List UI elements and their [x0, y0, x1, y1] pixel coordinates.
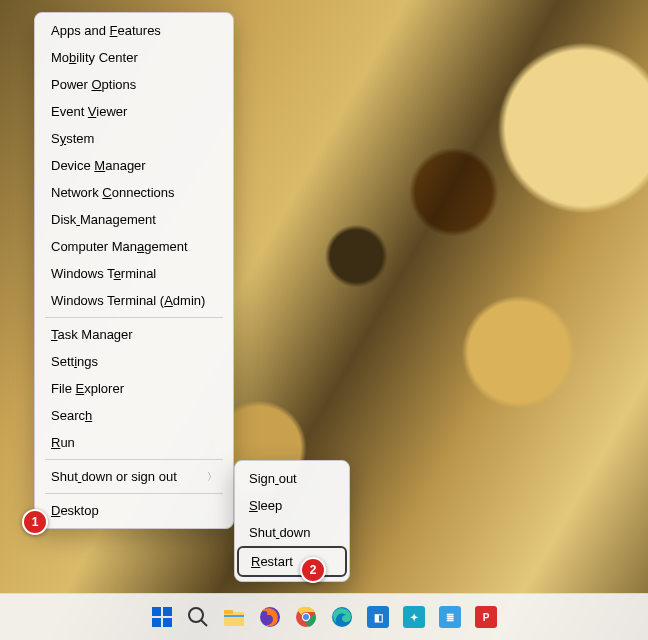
winx-item-mobility-center[interactable]: Mobility Center: [37, 44, 231, 71]
winx-item-network-connections[interactable]: Network Connections: [37, 179, 231, 206]
menu-separator: [45, 493, 223, 494]
winx-item-windows-terminal[interactable]: Windows Terminal: [37, 260, 231, 287]
taskbar-explorer-icon[interactable]: [220, 603, 248, 631]
taskbar-edge-icon[interactable]: [328, 603, 356, 631]
svg-rect-6: [224, 612, 244, 626]
winx-item-apps-and-features[interactable]: Apps and Features: [37, 17, 231, 44]
taskbar-chrome-icon[interactable]: [292, 603, 320, 631]
annotation-badge-1: 1: [22, 509, 48, 535]
annotation-badge-2: 2: [300, 557, 326, 583]
svg-point-4: [189, 608, 203, 622]
menu-separator: [45, 459, 223, 460]
taskbar-app-red-icon[interactable]: P: [472, 603, 500, 631]
shutdown-submenu: Sign outSleepShut downRestart: [234, 460, 350, 582]
taskbar-firefox-icon[interactable]: [256, 603, 284, 631]
submenu-item-shut-down[interactable]: Shut down: [237, 519, 347, 546]
winx-menu: Apps and FeaturesMobility CenterPower Op…: [34, 12, 234, 529]
taskbar: ◧✦≣P: [0, 593, 648, 640]
svg-point-12: [303, 614, 309, 620]
taskbar-search-icon[interactable]: [184, 603, 212, 631]
winx-item-file-explorer[interactable]: File Explorer: [37, 375, 231, 402]
submenu-item-sign-out[interactable]: Sign out: [237, 465, 347, 492]
winx-item-shutdown-signout[interactable]: Shut down or sign out〉: [37, 463, 231, 490]
winx-item-desktop[interactable]: Desktop: [37, 497, 231, 524]
taskbar-notes-icon[interactable]: ≣: [436, 603, 464, 631]
menu-separator: [45, 317, 223, 318]
winx-item-run[interactable]: Run: [37, 429, 231, 456]
winx-item-power-options[interactable]: Power Options: [37, 71, 231, 98]
chevron-right-icon: 〉: [207, 470, 217, 484]
svg-rect-7: [224, 610, 233, 614]
svg-rect-1: [163, 607, 172, 616]
taskbar-app-blue-icon[interactable]: ◧: [364, 603, 392, 631]
winx-item-event-viewer[interactable]: Event Viewer: [37, 98, 231, 125]
submenu-item-sleep[interactable]: Sleep: [237, 492, 347, 519]
svg-rect-8: [224, 615, 244, 617]
winx-item-task-manager[interactable]: Task Manager: [37, 321, 231, 348]
taskbar-app-teal-icon[interactable]: ✦: [400, 603, 428, 631]
submenu-item-restart[interactable]: Restart: [237, 546, 347, 577]
svg-rect-0: [152, 607, 161, 616]
svg-rect-2: [152, 618, 161, 627]
desktop: Apps and FeaturesMobility CenterPower Op…: [0, 0, 648, 640]
winx-item-settings[interactable]: Settings: [37, 348, 231, 375]
winx-item-windows-terminal-admin-[interactable]: Windows Terminal (Admin): [37, 287, 231, 314]
taskbar-start-icon[interactable]: [148, 603, 176, 631]
winx-item-computer-management[interactable]: Computer Management: [37, 233, 231, 260]
winx-item-disk-management[interactable]: Disk Management: [37, 206, 231, 233]
svg-rect-3: [163, 618, 172, 627]
winx-item-system[interactable]: System: [37, 125, 231, 152]
winx-item-search[interactable]: Search: [37, 402, 231, 429]
svg-line-5: [201, 620, 207, 626]
winx-item-device-manager[interactable]: Device Manager: [37, 152, 231, 179]
